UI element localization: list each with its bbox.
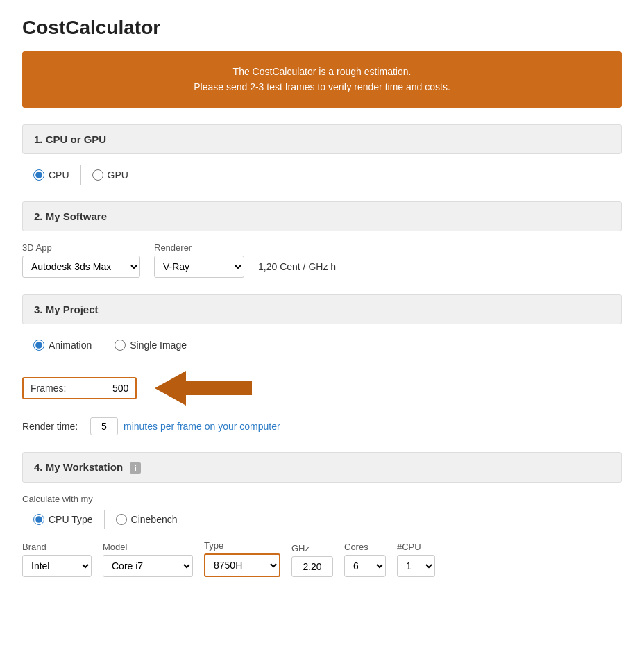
model-select[interactable]: Core i7 Core i5 Core i9 Ryzen 7 — [103, 555, 193, 577]
section-software: 2. My Software 3D App Autodesk 3ds Max B… — [22, 201, 622, 278]
notice-line1: The CostCalculator is a rough estimation… — [36, 64, 608, 79]
brand-row: Brand Intel AMD Model Core i7 Core i5 Co… — [22, 540, 622, 577]
frames-input[interactable] — [87, 383, 128, 394]
brand-group: Brand Intel AMD — [22, 542, 92, 577]
workstation-radio-group: CPU Type Cinebench — [22, 510, 622, 529]
left-arrow-svg — [155, 367, 252, 409]
app-label: 3D App — [22, 242, 140, 253]
section1-header: 1. CPU or GPU — [22, 124, 622, 154]
section2-header: 2. My Software — [22, 201, 622, 231]
ghz-label: GHz — [291, 543, 333, 553]
brand-label: Brand — [22, 542, 92, 552]
gpu-label[interactable]: GPU — [108, 169, 128, 181]
type-label: Type — [204, 540, 280, 551]
renderer-label: Renderer — [154, 242, 244, 253]
cpu-type-label[interactable]: CPU Type — [49, 514, 93, 525]
model-group: Model Core i7 Core i5 Core i9 Ryzen 7 — [103, 542, 193, 577]
cpu-gpu-radio-group: CPU GPU — [22, 165, 622, 185]
ghz-group: GHz — [291, 543, 333, 577]
cpu-type-option[interactable]: CPU Type — [22, 510, 105, 529]
frames-label: Frames: — [31, 383, 66, 394]
single-image-option[interactable]: Single Image — [103, 335, 198, 355]
type-select[interactable]: 8750H 8700K 9700K 10700 — [204, 553, 280, 577]
cinebench-label[interactable]: Cinebench — [131, 514, 178, 525]
arrow-indicator — [155, 367, 252, 409]
svg-marker-0 — [155, 371, 252, 406]
renderer-select[interactable]: V-Ray Arnold Corona Redshift — [154, 256, 244, 278]
calculate-label: Calculate with my — [22, 494, 622, 504]
cpu-count-select[interactable]: 1 2 3 4 — [397, 555, 435, 577]
type-group: Type 8750H 8700K 9700K 10700 — [204, 540, 280, 577]
section4-title: 4. My Workstation — [34, 461, 123, 473]
single-image-label[interactable]: Single Image — [130, 340, 187, 351]
cores-group: Cores 6 4 8 12 — [344, 542, 386, 577]
software-form-row: 3D App Autodesk 3ds Max Blender Cinema 4… — [22, 242, 622, 278]
animation-option[interactable]: Animation — [22, 335, 103, 355]
notice-banner: The CostCalculator is a rough estimation… — [22, 51, 622, 108]
brand-select[interactable]: Intel AMD — [22, 555, 92, 577]
model-label: Model — [103, 542, 193, 552]
section3-header: 3. My Project — [22, 294, 622, 324]
app-group: 3D App Autodesk 3ds Max Blender Cinema 4… — [22, 242, 140, 278]
app-select[interactable]: Autodesk 3ds Max Blender Cinema 4D Maya — [22, 256, 140, 278]
price-text: 1,20 Cent / GHz h — [258, 261, 336, 278]
cores-label: Cores — [344, 542, 386, 552]
cpu-option[interactable]: CPU — [22, 165, 81, 185]
cpu-label[interactable]: CPU — [49, 169, 69, 181]
render-time-row: Render time: minutes per frame on your c… — [22, 417, 622, 435]
cpu-count-label: #CPU — [397, 542, 435, 552]
section-workstation: 4. My Workstation i Calculate with my CP… — [22, 452, 622, 577]
cores-select[interactable]: 6 4 8 12 — [344, 555, 386, 577]
page-title: CostCalculator — [22, 17, 622, 39]
section-project: 3. My Project Animation Single Image Fra… — [22, 294, 622, 435]
info-icon[interactable]: i — [130, 462, 141, 474]
animation-label[interactable]: Animation — [49, 340, 92, 351]
cpu-count-group: #CPU 1 2 3 4 — [397, 542, 435, 577]
ghz-input[interactable] — [291, 556, 333, 577]
render-time-suffix: minutes per frame on your computer — [124, 421, 280, 432]
section4-header: 4. My Workstation i — [22, 452, 622, 483]
render-time-input[interactable] — [90, 417, 118, 435]
renderer-group: Renderer V-Ray Arnold Corona Redshift — [154, 242, 244, 278]
cinebench-option[interactable]: Cinebench — [105, 510, 189, 529]
render-time-label: Render time: — [22, 421, 85, 432]
section-cpu-gpu: 1. CPU or GPU CPU GPU — [22, 124, 622, 185]
project-radio-group: Animation Single Image — [22, 335, 622, 355]
gpu-option[interactable]: GPU — [81, 165, 139, 185]
frames-box: Frames: — [22, 377, 137, 399]
notice-line2: Please send 2-3 test frames to verify re… — [36, 79, 608, 94]
